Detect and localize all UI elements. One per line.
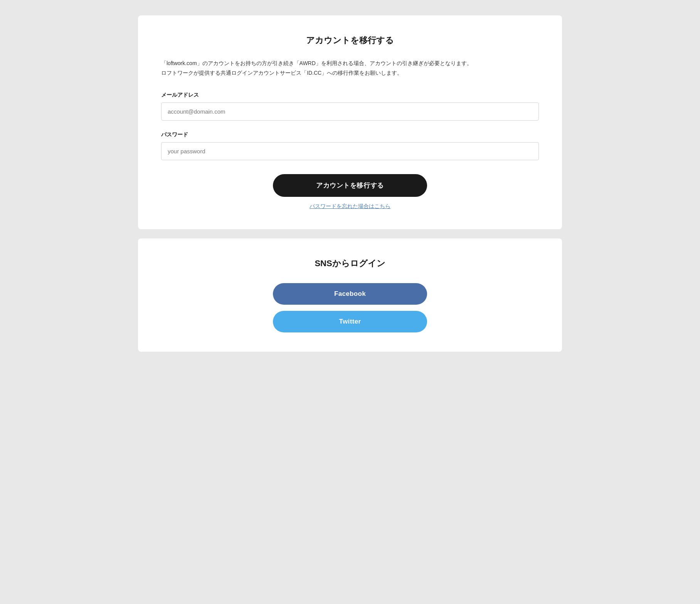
page-title: アカウントを移行する	[161, 35, 539, 46]
description-line1: 「loftwork.com」のアカウントをお持ちの方が引き続き「AWRD」を利用…	[161, 60, 472, 66]
email-label: メールアドレス	[161, 92, 539, 99]
description-text: 「loftwork.com」のアカウントをお持ちの方が引き続き「AWRD」を利用…	[161, 59, 539, 78]
facebook-login-button[interactable]: Facebook	[273, 283, 427, 305]
submit-area: アカウントを移行する パスワードを忘れた場合はこちら	[161, 174, 539, 210]
password-input[interactable]	[161, 142, 539, 160]
main-card: アカウントを移行する 「loftwork.com」のアカウントをお持ちの方が引き…	[138, 15, 562, 229]
forgot-password-link[interactable]: パスワードを忘れた場合はこちら	[310, 203, 390, 210]
email-field-group: メールアドレス	[161, 92, 539, 121]
sns-title: SNSからログイン	[161, 258, 539, 269]
sns-card: SNSからログイン Facebook Twitter	[138, 238, 562, 352]
password-field-group: パスワード	[161, 131, 539, 160]
twitter-login-button[interactable]: Twitter	[273, 311, 427, 332]
password-label: パスワード	[161, 131, 539, 138]
email-input[interactable]	[161, 102, 539, 121]
sns-buttons-container: Facebook Twitter	[161, 283, 539, 332]
description-line2: ロフトワークが提供する共通ログインアカウントサービス「ID.CC」への移行作業を…	[161, 70, 402, 76]
submit-button[interactable]: アカウントを移行する	[273, 174, 427, 197]
